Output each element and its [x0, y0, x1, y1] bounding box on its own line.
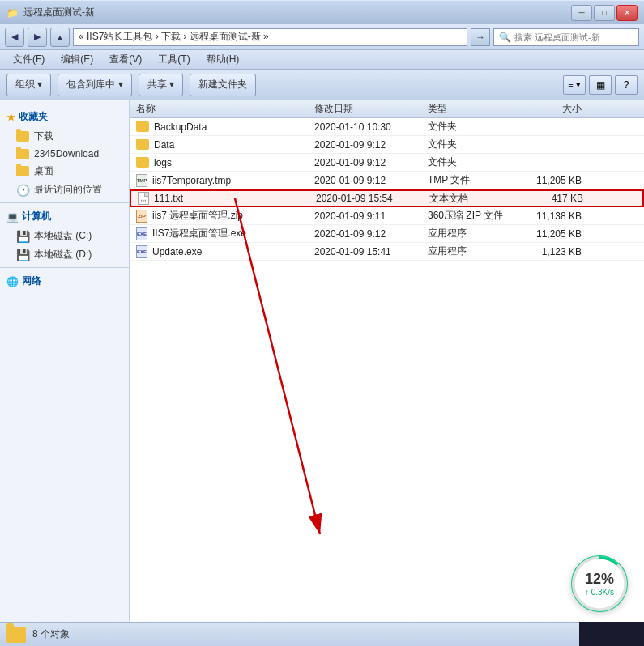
table-row[interactable]: logs 2020-01-09 9:12 文件夹 — [130, 154, 644, 172]
sidebar-item-label: 下载 — [34, 130, 53, 143]
menu-file[interactable]: 文件(F) — [6, 51, 51, 68]
tmp-icon: TMP — [136, 174, 147, 187]
path-text: « IIS7站长工具包 › 下载 › 远程桌面测试-新 » — [79, 30, 269, 44]
file-name: TMP iis7Temporary.tmp — [136, 174, 314, 187]
menu-edit[interactable]: 编辑(E) — [54, 51, 100, 68]
up-button[interactable]: ▲ — [50, 28, 70, 47]
folder-icon — [136, 157, 149, 168]
close-button[interactable]: ✕ — [616, 5, 638, 21]
sidebar-favorites-header[interactable]: ★ 收藏夹 — [0, 107, 129, 127]
table-row[interactable]: EXE Update.exe 2020-01-09 15:41 应用程序 1,1… — [130, 243, 644, 261]
file-date: 2020-01-09 9:12 — [314, 175, 428, 186]
address-bar: ◀ ▶ ▲ « IIS7站长工具包 › 下载 › 远程桌面测试-新 » → 🔍 — [0, 24, 644, 50]
address-path[interactable]: « IIS7站长工具包 › 下载 › 远程桌面测试-新 » — [73, 28, 467, 46]
sidebar-item-label: 桌面 — [34, 164, 53, 178]
file-list: 名称 修改日期 类型 大小 BackupData 2020-01-10 10:3… — [130, 100, 644, 622]
taskbar-right — [579, 622, 644, 646]
table-row[interactable]: Data 2020-01-09 9:12 文件夹 — [130, 136, 644, 154]
table-row[interactable]: BackupData 2020-01-10 10:30 文件夹 — [130, 118, 644, 136]
sidebar-item-label: 本地磁盘 (C:) — [34, 229, 92, 243]
sidebar-item-label: 最近访问的位置 — [34, 183, 102, 197]
file-name: Data — [136, 139, 314, 151]
toolbar-right: ≡ ▾ ▦ ? — [563, 75, 638, 95]
sidebar-favorites-section: ★ 收藏夹 下载 2345Download 桌面 🕐 最近访问的位置 — [0, 107, 129, 199]
file-type: 文本文档 — [429, 192, 518, 206]
file-size: 11,138 KB — [517, 210, 582, 222]
go-button[interactable]: → — [471, 28, 490, 46]
sidebar-computer-header[interactable]: 💻 计算机 — [0, 206, 129, 227]
drive-c-icon: 💾 — [16, 230, 29, 243]
go-icon: → — [476, 32, 485, 43]
col-header-date[interactable]: 修改日期 — [314, 102, 428, 116]
back-button[interactable]: ◀ — [5, 28, 24, 47]
sidebar-item-2345download[interactable]: 2345Download — [0, 146, 129, 162]
share-button[interactable]: 共享 ▾ — [139, 74, 183, 96]
layout-button[interactable]: ▦ — [589, 75, 612, 95]
menu-tools[interactable]: 工具(T) — [151, 51, 196, 68]
table-row[interactable]: EXE IIS7远程桌面管理.exe 2020-01-09 9:12 应用程序 … — [130, 225, 644, 243]
status-count: 8 个对象 — [32, 627, 70, 641]
toolbar: 组织 ▾ 包含到库中 ▾ 共享 ▾ 新建文件夹 ≡ ▾ ▦ ? — [0, 70, 644, 100]
search-box: 🔍 — [493, 28, 639, 46]
sidebar-network-section: 🌐 网络 — [0, 271, 129, 291]
col-header-name[interactable]: 名称 — [136, 102, 314, 116]
sidebar-item-downloads[interactable]: 下载 — [0, 127, 129, 146]
search-icon: 🔍 — [499, 32, 511, 43]
file-name: EXE Update.exe — [136, 245, 314, 258]
sidebar-item-recent[interactable]: 🕐 最近访问的位置 — [0, 181, 129, 199]
folder-icon — [136, 139, 149, 150]
folder-icon — [16, 149, 29, 159]
file-date: 2020-01-10 10:30 — [314, 121, 428, 133]
file-name: EXE IIS7远程桌面管理.exe — [136, 227, 314, 240]
file-type: 文件夹 — [428, 120, 517, 134]
col-header-type[interactable]: 类型 — [428, 102, 517, 116]
txt-icon: txt — [138, 192, 149, 205]
title-bar-controls: ─ □ ✕ — [571, 5, 638, 21]
zip-icon: ZIP — [136, 210, 147, 223]
file-type: TMP 文件 — [428, 173, 517, 187]
file-name: ZIP iis7 远程桌面管理.zip — [136, 209, 314, 223]
help-toolbar-button[interactable]: ? — [615, 75, 638, 95]
main-content: ★ 收藏夹 下载 2345Download 桌面 🕐 最近访问的位置 — [0, 100, 644, 622]
col-header-size[interactable]: 大小 — [517, 102, 582, 116]
sidebar-network-label: 网络 — [22, 274, 41, 288]
title-bar: 📁 远程桌面测试-新 ─ □ ✕ — [0, 0, 644, 24]
view-mode-button[interactable]: ≡ ▾ — [563, 75, 586, 95]
file-type: 文件夹 — [428, 138, 517, 151]
minimize-button[interactable]: ─ — [571, 5, 592, 21]
sidebar-divider-1 — [0, 202, 129, 203]
sidebar-divider-2 — [0, 267, 129, 268]
file-name: BackupData — [136, 121, 314, 133]
sidebar-item-drive-d[interactable]: 💾 本地磁盘 (D:) — [0, 245, 129, 264]
search-input[interactable] — [514, 32, 633, 42]
sidebar-item-label: 2345Download — [34, 148, 99, 159]
menu-help[interactable]: 帮助(H) — [200, 51, 246, 68]
file-size: 11,205 KB — [517, 228, 582, 240]
table-row[interactable]: txt 111.txt 2020-01-09 15:54 文本文档 417 KB — [130, 189, 644, 207]
menu-bar: 文件(F) 编辑(E) 查看(V) 工具(T) 帮助(H) — [0, 50, 644, 70]
star-icon: ★ — [6, 112, 15, 123]
file-date: 2020-01-09 9:12 — [314, 228, 428, 240]
drive-d-icon: 💾 — [16, 249, 29, 261]
maximize-button[interactable]: □ — [594, 5, 615, 21]
sidebar-computer-label: 计算机 — [22, 210, 51, 223]
sidebar-item-desktop[interactable]: 桌面 — [0, 162, 129, 181]
folder-icon — [136, 121, 149, 132]
folder-icon — [16, 131, 29, 142]
sidebar-network-header[interactable]: 🌐 网络 — [0, 271, 129, 291]
menu-view[interactable]: 查看(V) — [103, 51, 148, 68]
organize-button[interactable]: 组织 ▾ — [6, 74, 51, 96]
file-type: 文件夹 — [428, 155, 517, 169]
file-type: 360压缩 ZIP 文件 — [428, 209, 517, 223]
file-date: 2020-01-09 15:41 — [314, 246, 428, 257]
sidebar-item-drive-c[interactable]: 💾 本地磁盘 (C:) — [0, 227, 129, 245]
forward-button[interactable]: ▶ — [28, 28, 47, 47]
table-row[interactable]: TMP iis7Temporary.tmp 2020-01-09 9:12 TM… — [130, 172, 644, 189]
sidebar: ★ 收藏夹 下载 2345Download 桌面 🕐 最近访问的位置 — [0, 100, 130, 622]
svg-point-2 — [574, 558, 625, 610]
new-folder-button[interactable]: 新建文件夹 — [190, 74, 256, 96]
table-row[interactable]: ZIP iis7 远程桌面管理.zip 2020-01-09 9:11 360压… — [130, 207, 644, 225]
status-folder-icon — [6, 627, 26, 643]
file-date: 2020-01-09 15:54 — [316, 193, 429, 204]
include-library-button[interactable]: 包含到库中 ▾ — [58, 74, 131, 96]
